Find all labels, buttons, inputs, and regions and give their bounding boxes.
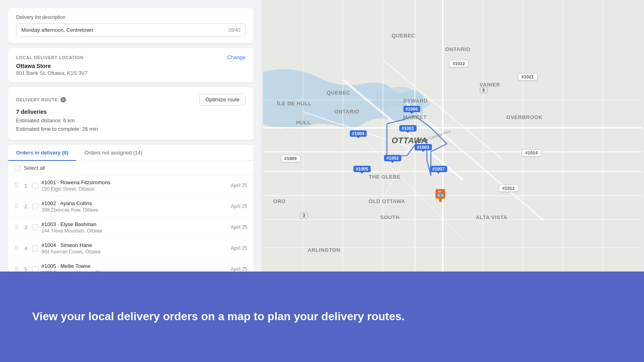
order-info: #1002 · Ayana Collins 399 Zboncak Row, O… [41, 200, 227, 213]
svg-rect-25 [439, 199, 442, 202]
optimize-route-button[interactable]: Optimize route [199, 94, 246, 105]
map-area: Trans-Canada Hwy VANIERBYWARDMARKETOttaw… [262, 0, 644, 272]
delivery-desc-count: 28/40 [228, 27, 240, 33]
left-panel: Delivery list description Monday afterno… [0, 0, 262, 272]
table-row: ⠿ 3 #1003 · Elyse Bashirian 144 Treva Mo… [8, 217, 254, 238]
order-checkbox[interactable] [32, 183, 38, 189]
store-pin: 🏪 [434, 187, 447, 204]
location-card: LOCAL DELIVERY LOCATION Change Ottawa St… [8, 48, 254, 82]
table-row: ⠿ 2 #1002 · Ayana Collins 399 Zboncak Ro… [8, 196, 254, 217]
drag-handle[interactable]: ⠿ [14, 224, 19, 230]
row-number: 2 [23, 204, 29, 210]
gb-5: 5 [480, 87, 488, 93]
order-title: #1005 · Mellie Towne [41, 263, 227, 269]
order-checkbox[interactable] [32, 266, 38, 272]
drag-handle[interactable]: ⠿ [14, 203, 19, 210]
info-icon[interactable]: i [60, 97, 66, 103]
orders-list: ⠿ 1 #1001 · Rowena Fitzsimmons 150 Elgin… [8, 175, 254, 272]
order-address: 904 Keenan Coves, Ottawa [41, 249, 227, 255]
main-area: Delivery list description Monday afterno… [0, 0, 644, 272]
table-row: ⠿ 1 #1001 · Rowena Fitzsimmons 150 Elgin… [8, 175, 254, 196]
order-info: #1005 · Mellie Towne 3421 Tremayne Missi… [41, 263, 227, 272]
banner-text: View your local delivery orders on a map… [32, 309, 405, 324]
delivery-desc-card: Delivery list description Monday afterno… [8, 8, 254, 43]
row-number: 4 [23, 245, 29, 251]
order-info: #1001 · Rowena Fitzsimmons 150 Elgin Str… [41, 179, 227, 192]
route-label-row: DELIVERY ROUTE i [16, 97, 66, 103]
svg-rect-0 [263, 0, 642, 272]
row-number: 1 [23, 183, 29, 189]
delivery-desc-value: Monday afternoon, Centretown [21, 27, 93, 33]
drag-handle[interactable]: ⠿ [14, 266, 19, 272]
delivery-desc-label: Delivery list description [16, 14, 246, 20]
select-all-row: Select all [8, 161, 254, 175]
order-title: #1001 · Rowena Fitzsimmons [41, 179, 227, 185]
drag-handle[interactable]: ⠿ [14, 245, 19, 251]
select-all-checkbox[interactable] [14, 165, 21, 171]
change-link[interactable]: Change [227, 54, 246, 60]
order-date: April 25 [231, 224, 247, 230]
order-title: #1003 · Elyse Bashirian [41, 221, 227, 227]
order-info: #1004 · Simeon Hane 904 Keenan Coves, Ot… [41, 242, 227, 255]
route-header: DELIVERY ROUTE i Optimize route [16, 94, 246, 105]
bottom-banner: View your local delivery orders on a map… [0, 272, 644, 362]
tab-orders-in-delivery[interactable]: Orders in delivery (6) [8, 145, 76, 160]
store-name: Ottawa Store [16, 63, 246, 69]
row-number: 3 [23, 224, 29, 230]
order-date: April 25 [231, 183, 247, 188]
store-address: 801 Bank St, Ottawa, K1S 3V7 [16, 70, 246, 76]
location-label: LOCAL DELIVERY LOCATION [16, 55, 83, 60]
route-distance: Estimated distance: 6 km Estimated time … [16, 117, 246, 134]
table-row: ⠿ 5 #1005 · Mellie Towne 3421 Tremayne M… [8, 259, 254, 272]
order-title: #1002 · Ayana Collins [41, 200, 227, 206]
select-all-label: Select all [24, 165, 45, 171]
map-svg: Trans-Canada Hwy [262, 0, 644, 272]
location-header: LOCAL DELIVERY LOCATION Change [16, 54, 246, 60]
tabs-header: Orders in delivery (6) Orders not assign… [8, 145, 254, 161]
order-address: 150 Elgin Street, Ottawa [41, 186, 227, 192]
order-date: April 25 [231, 204, 247, 209]
order-address: 144 Treva Mountain, Ottawa [41, 228, 227, 234]
order-checkbox[interactable] [32, 204, 38, 210]
row-number: 5 [23, 266, 29, 272]
svg-text:🏪: 🏪 [437, 190, 444, 197]
table-row: ⠿ 4 #1004 · Simeon Hane 904 Keenan Coves… [8, 238, 254, 259]
order-info: #1003 · Elyse Bashirian 144 Treva Mounta… [41, 221, 227, 234]
tab-orders-not-assigned[interactable]: Orders not assigned (14) [76, 145, 151, 160]
order-checkbox[interactable] [32, 245, 38, 251]
order-address: 399 Zboncak Row, Ottawa [41, 207, 227, 213]
drag-handle[interactable]: ⠿ [14, 182, 19, 189]
deliveries-count: 7 deliveries [16, 109, 246, 115]
route-card: DELIVERY ROUTE i Optimize route 7 delive… [8, 87, 254, 140]
order-date: April 25 [231, 245, 247, 251]
gb-3: 3 [300, 212, 308, 218]
delivery-desc-input[interactable]: Monday afternoon, Centretown 28/40 [16, 23, 246, 37]
order-title: #1004 · Simeon Hane [41, 242, 227, 248]
order-date: April 25 [231, 266, 247, 272]
order-checkbox[interactable] [32, 224, 38, 230]
orders-card: Orders in delivery (6) Orders not assign… [8, 145, 254, 272]
route-label: DELIVERY ROUTE [16, 97, 58, 102]
